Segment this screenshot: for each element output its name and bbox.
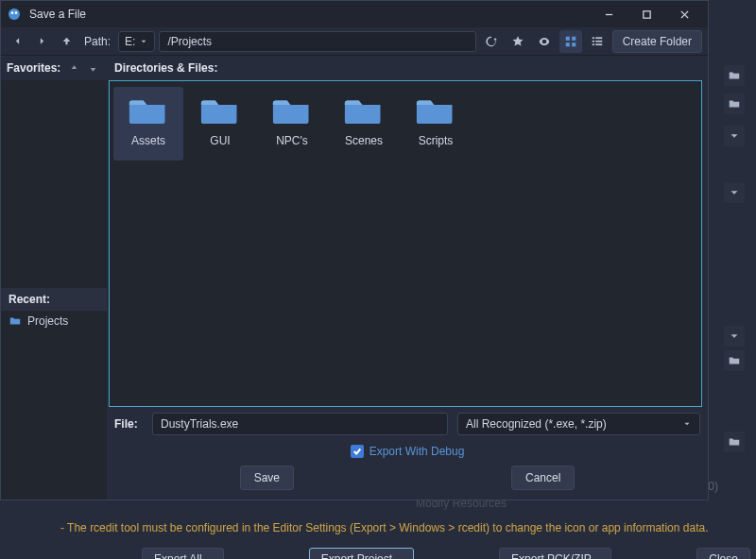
nav-back-button[interactable] [7,31,27,52]
grid-view-button[interactable] [559,30,582,53]
recent-item-projects[interactable]: Projects [1,311,107,331]
save-file-dialog: Save a File Path: E: Create Folder Favor… [0,0,709,500]
folder-label: Scripts [419,134,454,147]
svg-rect-4 [643,10,649,17]
nav-up-button[interactable] [56,31,77,52]
nav-forward-button[interactable] [31,31,52,52]
close-button[interactable] [666,3,702,25]
chevron-down-icon[interactable] [724,126,745,146]
favorites-up-button[interactable] [65,59,82,76]
list-view-button[interactable] [586,30,609,53]
titlebar[interactable]: Save a File [1,1,708,27]
export-debug-checkbox[interactable] [351,445,364,458]
file-type-select[interactable]: All Recognized (*.exe, *.zip) [457,413,700,435]
favorites-down-button[interactable] [84,59,101,76]
folder-item-gui[interactable]: GUI [185,87,255,161]
drive-value: E: [125,35,135,48]
create-folder-button[interactable]: Create Folder [612,30,702,53]
file-name-input[interactable] [152,413,448,435]
folder-icon [129,94,168,127]
svg-rect-10 [572,42,576,46]
svg-rect-7 [565,36,569,40]
save-button[interactable]: Save [240,466,294,490]
folder-label: NPC's [276,134,308,147]
svg-rect-11 [592,37,593,39]
file-browser[interactable]: Assets GUI NPC's Scenes Scripts [109,80,702,407]
folder-icon [200,94,240,127]
app-icon [7,7,22,22]
favorites-label: Favorites: [7,61,60,75]
close-export-button[interactable]: Close [696,548,750,559]
folder-icon [416,94,455,127]
svg-rect-9 [565,42,569,46]
svg-rect-12 [595,37,602,39]
navbar: Path: E: Create Folder [1,27,708,56]
file-type-value: All Recognized (*.exe, *.zip) [466,417,607,431]
folder-icon [9,314,22,328]
export-debug-label: Export With Debug [369,445,465,458]
export-all-button[interactable]: Export All... [142,548,224,559]
folder-label: Assets [131,134,165,147]
folder-label: GUI [210,134,230,147]
folder-label: Scenes [345,134,383,147]
bg-folder-icon [724,432,745,452]
chevron-down-icon[interactable] [724,182,745,203]
folder-item-assets[interactable]: Assets [113,87,183,161]
svg-rect-13 [592,40,593,42]
folder-item-scenes[interactable]: Scenes [329,87,399,161]
refresh-button[interactable] [480,30,503,53]
chevron-down-icon[interactable] [724,326,745,347]
favorites-list [1,80,107,288]
svg-point-1 [11,11,14,14]
window-title: Save a File [27,8,585,21]
bg-folder-icon [724,65,745,86]
folder-item-npc-s[interactable]: NPC's [257,87,327,161]
recent-header: Recent: [1,288,107,311]
recent-item-label: Projects [27,314,68,328]
favorite-button[interactable] [507,30,529,53]
path-input[interactable] [159,31,475,52]
show-hidden-button[interactable] [533,30,556,53]
export-pck-button[interactable]: Export PCK/ZIP... [499,548,611,559]
svg-rect-15 [592,43,593,45]
cancel-button[interactable]: Cancel [511,466,575,490]
recent-list: Projects [1,311,107,500]
svg-rect-8 [572,36,576,40]
svg-point-0 [9,8,20,20]
drive-select[interactable]: E: [118,31,155,52]
folder-icon [344,94,384,127]
export-project-button[interactable]: Export Project... [309,548,414,559]
directories-label: Directories & Files: [107,56,708,80]
svg-rect-14 [595,40,602,42]
file-label: File: [114,417,143,431]
bg-folder-icon [724,93,745,114]
favorites-header: Favorites: [1,56,107,80]
path-label: Path: [84,35,111,48]
minimize-button[interactable] [591,3,627,25]
folder-item-scripts[interactable]: Scripts [401,87,471,161]
svg-point-2 [15,11,18,14]
svg-rect-16 [595,43,602,45]
folder-icon [272,94,312,127]
maximize-button[interactable] [628,3,664,25]
bg-folder-icon [724,350,745,371]
warning-text: - The rcedit tool must be configured in … [60,521,733,534]
